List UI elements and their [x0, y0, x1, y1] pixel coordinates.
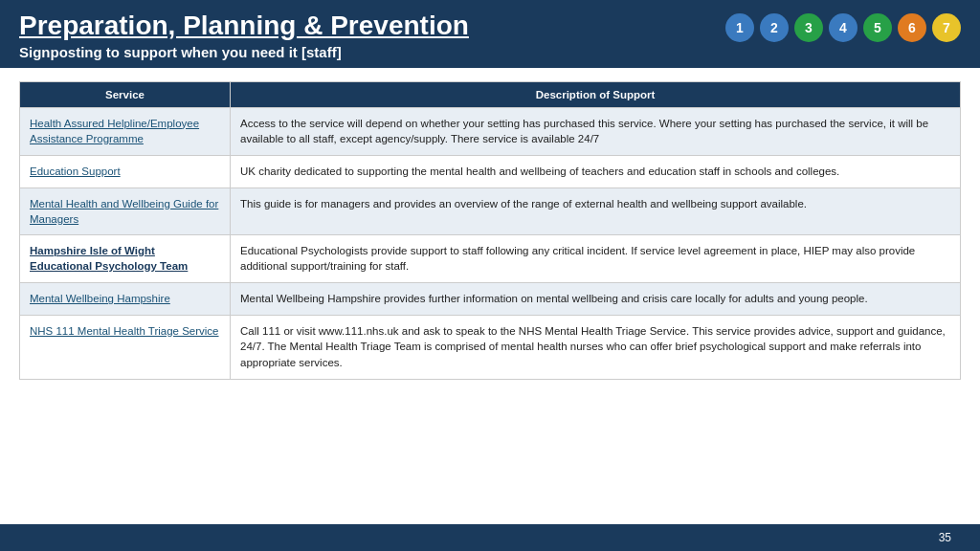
num-circle-4: 4: [829, 13, 858, 42]
page-subtitle: Signposting to support when you need it …: [19, 44, 961, 60]
table-row: NHS 111 Mental Health Triage ServiceCall…: [20, 315, 961, 379]
services-table: Service Description of Support Health As…: [19, 81, 961, 380]
num-circle-7: 7: [932, 13, 961, 42]
num-circle-3: 3: [794, 13, 823, 42]
page-number: 35: [939, 531, 951, 544]
description-cell: Call 111 or visit www.111.nhs.uk and ask…: [231, 315, 961, 379]
footer: 35: [0, 524, 980, 551]
header: Preparation, Planning & Prevention Signp…: [0, 0, 980, 68]
col-service: Service: [20, 81, 231, 107]
main-content: Service Description of Support Health As…: [0, 68, 980, 389]
description-cell: UK charity dedicated to supporting the m…: [231, 155, 961, 187]
table-row: Mental Health and Wellbeing Guide for Ma…: [20, 187, 961, 234]
num-circle-5: 5: [863, 13, 892, 42]
table-row: Hampshire Isle of Wight Educational Psyc…: [20, 234, 961, 282]
number-circles: 1234567: [725, 13, 961, 42]
service-cell[interactable]: Education Support: [20, 155, 231, 187]
service-cell[interactable]: Hampshire Isle of Wight Educational Psyc…: [20, 234, 231, 282]
service-cell[interactable]: Health Assured Helpline/Employee Assista…: [20, 107, 231, 155]
table-row: Mental Wellbeing HampshireMental Wellbei…: [20, 283, 961, 316]
table-row: Education SupportUK charity dedicated to…: [20, 155, 961, 187]
num-circle-2: 2: [760, 13, 789, 42]
num-circle-1: 1: [725, 13, 754, 42]
description-cell: Educational Psychologists provide suppor…: [231, 234, 961, 282]
description-cell: Access to the service will depend on whe…: [231, 107, 961, 155]
col-description: Description of Support: [231, 81, 961, 107]
service-cell[interactable]: Mental Health and Wellbeing Guide for Ma…: [20, 187, 231, 234]
num-circle-6: 6: [898, 13, 926, 42]
description-cell: Mental Wellbeing Hampshire provides furt…: [231, 283, 961, 316]
table-row: Health Assured Helpline/Employee Assista…: [20, 107, 961, 155]
service-cell[interactable]: Mental Wellbeing Hampshire: [20, 283, 231, 316]
service-cell[interactable]: NHS 111 Mental Health Triage Service: [20, 315, 231, 379]
description-cell: This guide is for managers and provides …: [231, 187, 961, 234]
